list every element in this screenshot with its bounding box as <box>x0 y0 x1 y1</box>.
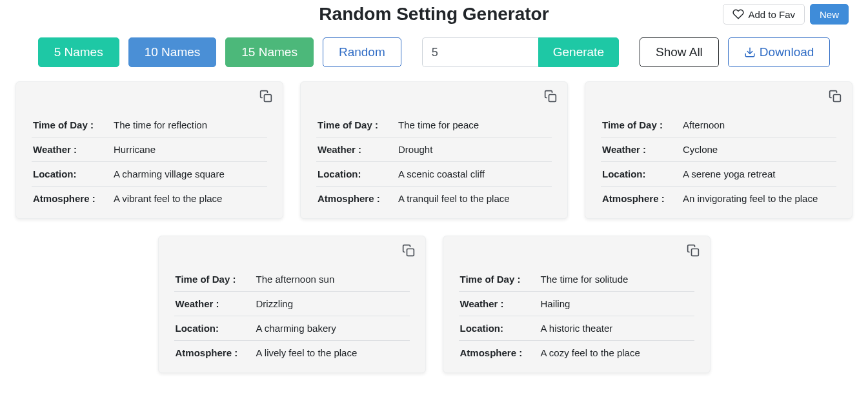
svg-rect-2 <box>549 95 556 102</box>
label-time: Time of Day : <box>32 113 112 137</box>
value-location: A charming bakery <box>255 316 410 341</box>
label-time: Time of Day : <box>601 113 681 137</box>
show-all-button[interactable]: Show All <box>640 37 719 67</box>
label-atmosphere: Atmosphere : <box>174 341 255 365</box>
table-row: Weather :Drought <box>316 137 552 162</box>
download-icon <box>744 46 756 58</box>
copy-icon <box>687 244 700 257</box>
copy-button[interactable] <box>544 90 557 103</box>
new-button[interactable]: New <box>810 4 849 25</box>
value-weather: Drizzling <box>255 292 410 316</box>
value-atmosphere: A vibrant feel to the place <box>112 187 267 211</box>
label-atmosphere: Atmosphere : <box>601 187 681 211</box>
value-weather: Hurricane <box>112 137 267 162</box>
label-weather: Weather : <box>174 292 255 316</box>
value-location: A scenic coastal cliff <box>397 162 552 187</box>
label-weather: Weather : <box>32 137 112 162</box>
label-time: Time of Day : <box>174 267 255 292</box>
download-label: Download <box>760 45 814 59</box>
svg-rect-1 <box>265 95 272 102</box>
value-location: A serene yoga retreat <box>681 162 836 187</box>
table-row: Weather :Hurricane <box>32 137 267 162</box>
table-row: Weather :Cyclone <box>601 137 836 162</box>
copy-button[interactable] <box>259 90 272 103</box>
label-weather: Weather : <box>316 137 397 162</box>
result-card: Time of Day :The afternoon sun Weather :… <box>158 236 426 373</box>
quantity-group: Generate <box>422 37 619 67</box>
header: Random Setting Generator Add to Fav New <box>0 0 868 31</box>
table-row: Time of Day :The time for reflection <box>32 113 267 137</box>
svg-rect-4 <box>407 249 414 256</box>
result-card: Time of Day :The time for solitude Weath… <box>443 236 711 373</box>
generate-button[interactable]: Generate <box>538 37 619 67</box>
controls: 5 Names 10 Names 15 Names Random Generat… <box>0 31 868 81</box>
table-row: Location:A charming village square <box>32 162 267 187</box>
header-actions: Add to Fav New <box>723 4 849 25</box>
card-table: Time of Day :The time for peace Weather … <box>316 113 552 210</box>
copy-icon <box>829 90 842 103</box>
copy-button[interactable] <box>687 244 700 257</box>
result-card: Time of Day :Afternoon Weather :Cyclone … <box>585 81 853 219</box>
label-location: Location: <box>32 162 112 187</box>
value-atmosphere: A tranquil feel to the place <box>397 187 552 211</box>
table-row: Atmosphere :An invigorating feel to the … <box>601 187 836 211</box>
table-row: Atmosphere :A vibrant feel to the place <box>32 187 267 211</box>
card-table: Time of Day :Afternoon Weather :Cyclone … <box>601 113 836 210</box>
table-row: Location:A historic theater <box>459 316 694 341</box>
value-time: The afternoon sun <box>255 267 410 292</box>
label-location: Location: <box>174 316 255 341</box>
fifteen-names-button[interactable]: 15 Names <box>225 37 314 67</box>
table-row: Location:A serene yoga retreat <box>601 162 836 187</box>
table-row: Time of Day :The time for peace <box>316 113 552 137</box>
random-button[interactable]: Random <box>323 37 401 67</box>
table-row: Weather :Drizzling <box>174 292 410 316</box>
label-atmosphere: Atmosphere : <box>32 187 112 211</box>
label-location: Location: <box>316 162 397 187</box>
result-card: Time of Day :The time for reflection Wea… <box>15 81 283 219</box>
value-time: The time for peace <box>397 113 552 137</box>
ten-names-button[interactable]: 10 Names <box>128 37 217 67</box>
copy-icon <box>259 90 272 103</box>
card-table: Time of Day :The afternoon sun Weather :… <box>174 267 410 365</box>
svg-rect-5 <box>691 249 698 256</box>
heart-icon <box>732 8 744 20</box>
value-atmosphere: A cozy feel to the place <box>540 341 694 365</box>
table-row: Time of Day :The time for solitude <box>459 267 694 292</box>
fav-label: Add to Fav <box>748 9 795 20</box>
label-weather: Weather : <box>601 137 681 162</box>
value-time: The time for solitude <box>540 267 694 292</box>
table-row: Location:A charming bakery <box>174 316 410 341</box>
value-location: A historic theater <box>540 316 694 341</box>
value-weather: Hailing <box>540 292 694 316</box>
card-table: Time of Day :The time for solitude Weath… <box>459 267 694 365</box>
table-row: Time of Day :Afternoon <box>601 113 836 137</box>
card-table: Time of Day :The time for reflection Wea… <box>32 113 267 210</box>
table-row: Weather :Hailing <box>459 292 694 316</box>
five-names-button[interactable]: 5 Names <box>38 37 119 67</box>
value-atmosphere: A lively feel to the place <box>255 341 410 365</box>
value-weather: Cyclone <box>681 137 836 162</box>
copy-button[interactable] <box>402 244 415 257</box>
page-title: Random Setting Generator <box>319 4 549 25</box>
value-atmosphere: An invigorating feel to the place <box>681 187 836 211</box>
label-weather: Weather : <box>459 292 540 316</box>
table-row: Location:A scenic coastal cliff <box>316 162 552 187</box>
value-time: Afternoon <box>681 113 836 137</box>
value-weather: Drought <box>397 137 552 162</box>
add-to-fav-button[interactable]: Add to Fav <box>723 4 805 25</box>
label-atmosphere: Atmosphere : <box>316 187 397 211</box>
label-location: Location: <box>459 316 540 341</box>
copy-button[interactable] <box>829 90 842 103</box>
result-card: Time of Day :The time for peace Weather … <box>300 81 568 219</box>
label-time: Time of Day : <box>316 113 397 137</box>
copy-icon <box>544 90 557 103</box>
svg-rect-3 <box>834 95 841 102</box>
copy-icon <box>402 244 415 257</box>
label-location: Location: <box>601 162 681 187</box>
download-button[interactable]: Download <box>728 37 831 67</box>
table-row: Time of Day :The afternoon sun <box>174 267 410 292</box>
label-atmosphere: Atmosphere : <box>459 341 540 365</box>
results-grid: Time of Day :The time for reflection Wea… <box>0 81 868 373</box>
table-row: Atmosphere :A lively feel to the place <box>174 341 410 365</box>
quantity-input[interactable] <box>422 37 538 67</box>
